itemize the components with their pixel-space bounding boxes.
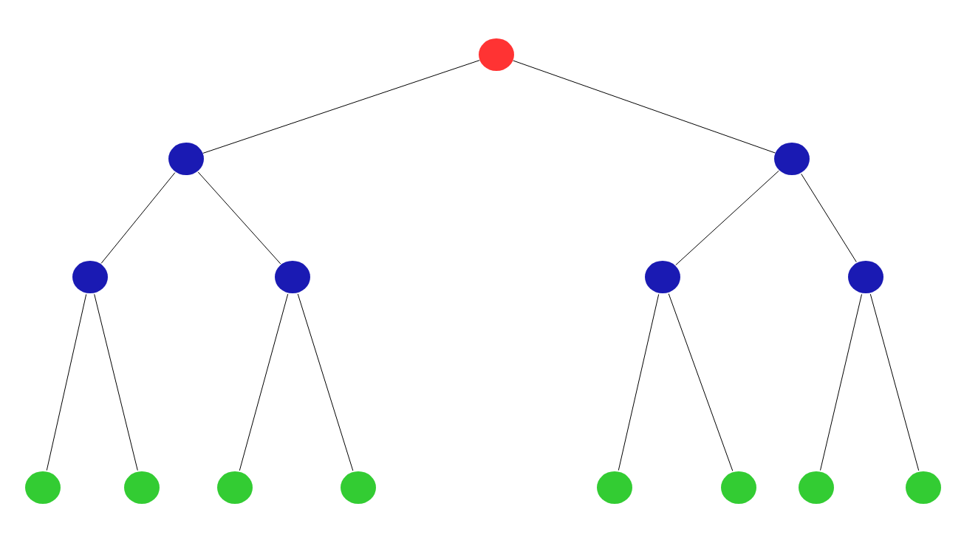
tree-edge	[239, 294, 287, 471]
leaf-node	[597, 471, 632, 504]
leaf-node	[217, 471, 253, 504]
tree-edge	[47, 294, 86, 470]
internal-node	[275, 261, 310, 293]
tree-edge	[821, 294, 862, 470]
root-node	[479, 38, 514, 71]
tree-edge	[513, 61, 776, 153]
leaf-node	[906, 471, 941, 504]
tree-edge	[669, 294, 733, 471]
tree-edge	[870, 294, 918, 471]
tree-edges	[47, 61, 918, 471]
tree-edge	[203, 61, 479, 154]
internal-node	[848, 261, 883, 293]
leaf-node	[721, 471, 756, 504]
tree-edge	[101, 173, 175, 264]
leaf-node	[341, 471, 376, 504]
leaf-node	[25, 471, 61, 504]
tree-edge	[618, 294, 658, 470]
tree-diagram	[0, 0, 964, 560]
tree-edge	[198, 172, 281, 264]
tree-edge	[95, 294, 138, 470]
leaf-node	[124, 471, 160, 504]
tree-nodes	[25, 38, 941, 504]
internal-node	[645, 261, 680, 293]
tree-edge	[801, 174, 857, 262]
internal-node	[72, 261, 108, 293]
internal-node	[168, 143, 204, 175]
tree-edge	[298, 294, 353, 471]
tree-edge	[676, 171, 779, 265]
leaf-node	[799, 471, 834, 504]
internal-node	[774, 143, 810, 175]
